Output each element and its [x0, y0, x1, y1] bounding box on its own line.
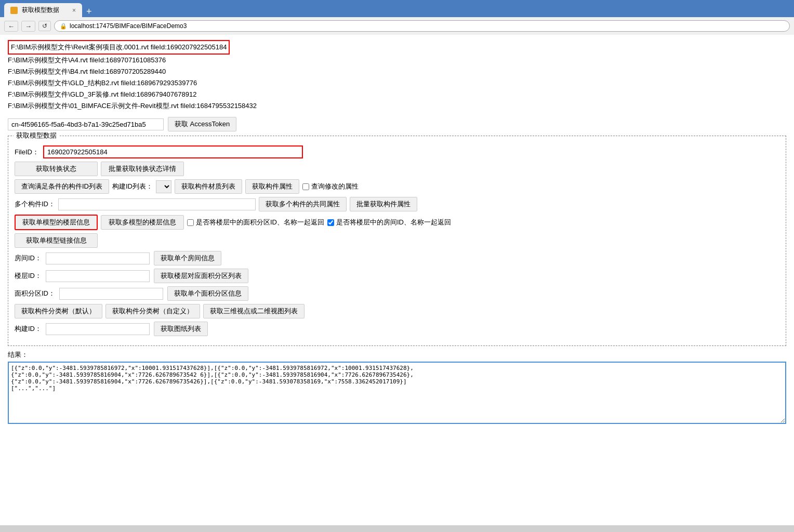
- get-common-props-button[interactable]: 获取多个构件的共同属性: [259, 197, 347, 211]
- multi-component-id-label: 多个构件ID：: [15, 200, 55, 209]
- component-tree-row: 获取构件分类树（默认） 获取构件分类树（自定义） 获取三维视点或二维视图列表: [15, 304, 779, 318]
- transform-status-row: 获取转换状态 批量获取转换状态详情: [15, 162, 779, 176]
- include-area-id-checkbox-label[interactable]: 是否将楼层中的面积分区ID、名称一起返回: [187, 218, 324, 227]
- refresh-button[interactable]: ↺: [38, 21, 51, 31]
- room-id-input[interactable]: [46, 252, 150, 264]
- tab-title: 获取模型数据: [22, 6, 59, 15]
- query-modified-props-checkbox[interactable]: [302, 183, 309, 190]
- new-tab-button[interactable]: +: [82, 6, 96, 17]
- build-id-list-dropdown[interactable]: [156, 180, 171, 193]
- include-room-id-checkbox-label[interactable]: 是否将楼层中的房间ID、名称一起返回: [327, 218, 451, 227]
- address-text: localhost:17475/BIMFace/BIMFaceDemo3: [70, 22, 187, 30]
- file-id-label: FileID：: [15, 148, 39, 157]
- floor-info-row: 获取单模型的楼层信息 获取多模型的楼层信息 是否将楼层中的面积分区ID、名称一起…: [15, 215, 779, 230]
- forward-button[interactable]: →: [21, 21, 35, 32]
- query-component-list-button[interactable]: 查询满足条件的构件ID列表: [15, 179, 109, 194]
- file-item-0[interactable]: F:\BIM示例模型文件\Revit案例项目改.0001.rvt fileId:…: [8, 40, 230, 55]
- get-multi-floor-info-button[interactable]: 获取多模型的楼层信息: [101, 215, 184, 230]
- file-item-4[interactable]: F:\BIM示例模型文件\GLD_3F装修.rvt fileId:1689679…: [8, 89, 786, 100]
- back-button[interactable]: ←: [4, 21, 18, 32]
- file-item-5[interactable]: F:\BIM示例模型文件\01_BIMFACE示例文件-Revit模型.rvt …: [8, 100, 786, 112]
- file-item-1[interactable]: F:\BIM示例模型文件\A4.rvt fileId:1689707161085…: [8, 55, 786, 66]
- file-id-input[interactable]: [43, 145, 303, 158]
- include-area-id-checkbox[interactable]: [187, 219, 194, 226]
- address-bar[interactable]: 🔒 localhost:17475/BIMFace/BIMFaceDemo3: [54, 20, 790, 32]
- build-id-list-label: 构建ID列表：: [112, 182, 153, 191]
- area-id-label: 面积分区ID：: [15, 289, 55, 298]
- file-item-2[interactable]: F:\BIM示例模型文件\B4.rvt fileId:1689707205289…: [8, 66, 786, 77]
- get-transform-status-button[interactable]: 获取转换状态: [15, 162, 98, 176]
- get-model-data-section: 获取模型数据 FileID： 获取转换状态 批量获取转换状态详情 查询满足条件的…: [8, 136, 786, 346]
- page-content: F:\BIM示例模型文件\Revit案例项目改.0001.rvt fileId:…: [0, 35, 794, 525]
- floor-id-label: 楼层ID：: [15, 271, 42, 281]
- get-single-floor-info-button[interactable]: 获取单模型的楼层信息: [15, 215, 98, 230]
- query-modified-props-label: 查询修改的属性: [311, 182, 359, 191]
- multi-component-id-input[interactable]: [58, 198, 256, 210]
- result-section: 结果： [{"z":0.0,"y":-3481.5939785816972,"x…: [8, 350, 786, 425]
- include-room-id-label: 是否将楼层中的房间ID、名称一起返回: [336, 218, 451, 227]
- lock-icon: 🔒: [60, 23, 67, 30]
- token-input[interactable]: [8, 118, 164, 130]
- file-list: F:\BIM示例模型文件\Revit案例项目改.0001.rvt fileId:…: [8, 40, 786, 112]
- get-component-material-button[interactable]: 获取构件材质列表: [175, 179, 242, 194]
- area-id-input[interactable]: [59, 288, 163, 300]
- browser-chrome: 获取模型数据 × +: [0, 0, 794, 17]
- get-3d-2d-view-list-button[interactable]: 获取三维视点或二维视图列表: [203, 304, 305, 318]
- component-id-row: 构建ID： 获取图纸列表: [15, 322, 779, 336]
- get-single-model-link-button[interactable]: 获取单模型链接信息: [15, 233, 98, 248]
- browser-tabs: 获取模型数据 × +: [4, 3, 790, 17]
- browser-toolbar: ← → ↺ 🔒 localhost:17475/BIMFace/BIMFaceD…: [0, 17, 794, 35]
- get-component-property-button[interactable]: 获取构件属性: [245, 179, 299, 194]
- access-token-row: 获取 AccessToken: [8, 117, 786, 131]
- component-query-row: 查询满足条件的构件ID列表 构建ID列表： 获取构件材质列表 获取构件属性 查询…: [15, 179, 779, 194]
- get-single-area-info-button[interactable]: 获取单个面积分区信息: [167, 286, 248, 301]
- room-id-row: 房间ID： 获取单个房间信息: [15, 251, 779, 265]
- batch-get-transform-details-button[interactable]: 批量获取转换状态详情: [101, 162, 184, 176]
- get-component-tree-custom-button[interactable]: 获取构件分类树（自定义）: [105, 304, 200, 318]
- component-id-input[interactable]: [46, 323, 150, 335]
- batch-get-component-props-button[interactable]: 批量获取构件属性: [350, 197, 417, 211]
- get-component-tree-default-button[interactable]: 获取构件分类树（默认）: [15, 304, 102, 318]
- component-id-label: 构建ID：: [15, 324, 42, 334]
- active-tab[interactable]: 获取模型数据 ×: [4, 3, 82, 17]
- include-room-id-checkbox[interactable]: [327, 219, 334, 226]
- area-id-row: 面积分区ID： 获取单个面积分区信息: [15, 286, 779, 301]
- room-id-label: 房间ID：: [15, 254, 42, 263]
- tab-close-button[interactable]: ×: [72, 7, 76, 14]
- result-textarea[interactable]: [{"z":0.0,"y":-3481.5939785816972,"x":10…: [8, 362, 786, 424]
- multi-component-row: 多个构件ID： 获取多个构件的共同属性 批量获取构件属性: [15, 197, 779, 211]
- section-title-label: 获取模型数据: [14, 131, 59, 140]
- include-area-id-label: 是否将楼层中的面积分区ID、名称一起返回: [196, 218, 324, 227]
- get-access-token-button[interactable]: 获取 AccessToken: [168, 117, 236, 131]
- tab-favicon: [10, 7, 18, 14]
- floor-id-row: 楼层ID： 获取楼层对应面积分区列表: [15, 269, 779, 283]
- get-single-room-info-button[interactable]: 获取单个房间信息: [154, 251, 221, 265]
- file-item-3[interactable]: F:\BIM示例模型文件\GLD_结构B2.rvt fileId:1689679…: [8, 77, 786, 89]
- model-link-row: 获取单模型链接信息: [15, 233, 779, 248]
- get-floor-area-list-button[interactable]: 获取楼层对应面积分区列表: [154, 269, 248, 283]
- file-id-row: FileID：: [15, 145, 779, 158]
- result-label: 结果：: [8, 350, 786, 360]
- get-drawing-list-button[interactable]: 获取图纸列表: [154, 322, 208, 336]
- floor-id-input[interactable]: [46, 270, 150, 282]
- query-modified-props-checkbox-label[interactable]: 查询修改的属性: [302, 182, 359, 191]
